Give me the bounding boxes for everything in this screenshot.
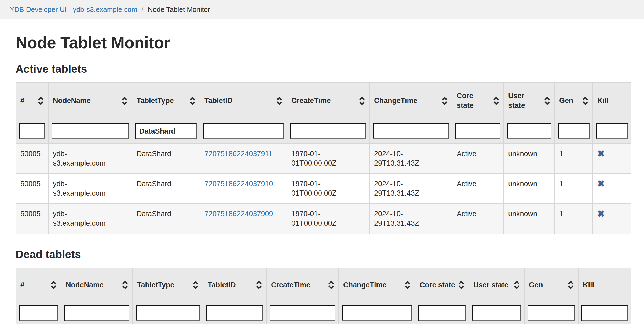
- sort-icon: [568, 281, 574, 289]
- column-header-kill: Kill: [593, 83, 631, 119]
- sort-icon: [458, 281, 464, 289]
- filter-input-createtime[interactable]: [270, 305, 335, 321]
- sort-icon: [122, 97, 127, 105]
- filter-input-changetime[interactable]: [373, 123, 449, 139]
- column-header-changetime[interactable]: ChangeTime: [369, 83, 452, 119]
- cell-corestate: Active: [452, 144, 504, 174]
- main-content: Node Tablet Monitor Active tablets # Nod…: [0, 33, 644, 324]
- cell-kill: ✖: [593, 174, 631, 204]
- cell-num: 50005: [16, 174, 48, 204]
- cell-tablettype: DataShard: [132, 144, 200, 174]
- sort-icon: [514, 281, 520, 289]
- breadcrumb-current: Node Tablet Monitor: [148, 5, 210, 14]
- cell-userstate: unknown: [504, 144, 555, 174]
- filter-input-num[interactable]: [19, 305, 58, 321]
- filter-input-userstate[interactable]: [472, 305, 521, 321]
- column-label: User state: [508, 91, 542, 110]
- column-label: CreateTime: [291, 96, 331, 105]
- kill-tablet-button[interactable]: ✖: [597, 209, 605, 218]
- column-header-userstate[interactable]: User state: [469, 268, 524, 302]
- column-header-nodename[interactable]: NodeName: [48, 83, 132, 119]
- tablet-id-link[interactable]: 72075186224037910: [204, 180, 273, 188]
- cell-createtime: 1970-01-01T00:00:00Z: [287, 144, 369, 174]
- column-header-gen[interactable]: Gen: [555, 83, 593, 119]
- sort-icon: [405, 281, 411, 289]
- column-label: TabletID: [208, 280, 236, 290]
- filter-input-kill[interactable]: [581, 305, 628, 321]
- sort-icon: [582, 97, 588, 105]
- filter-input-tablettype[interactable]: [135, 123, 197, 139]
- column-header-kill: Kill: [578, 268, 631, 302]
- filter-input-nodename[interactable]: [64, 305, 129, 321]
- tablet-id-link[interactable]: 72075186224037909: [204, 210, 273, 218]
- cell-kill: ✖: [593, 204, 631, 234]
- sort-icon: [544, 97, 550, 105]
- sort-icon: [193, 281, 199, 289]
- cell-tabletid: 72075186224037911: [200, 144, 287, 174]
- cell-tablettype: DataShard: [132, 204, 200, 234]
- cell-kill: ✖: [593, 144, 631, 174]
- filter-input-changetime[interactable]: [342, 305, 412, 321]
- column-header-createtime[interactable]: CreateTime: [266, 268, 339, 302]
- kill-tablet-button[interactable]: ✖: [597, 179, 605, 188]
- column-header-tablettype[interactable]: TabletType: [133, 268, 203, 302]
- column-label: TabletType: [137, 96, 174, 105]
- breadcrumb: YDB Developer UI - ydb-s3.example.com / …: [0, 0, 644, 19]
- page-title: Node Tablet Monitor: [16, 33, 631, 52]
- tablet-id-link[interactable]: 72075186224037911: [204, 150, 272, 158]
- filter-input-tablettype[interactable]: [136, 305, 200, 321]
- column-label: NodeName: [53, 96, 91, 105]
- column-label: ChangeTime: [374, 96, 418, 105]
- cell-tablettype: DataShard: [132, 174, 200, 204]
- column-header-num[interactable]: #: [16, 268, 61, 302]
- filter-input-gen[interactable]: [558, 123, 590, 139]
- breadcrumb-root-link[interactable]: YDB Developer UI - ydb-s3.example.com: [10, 5, 137, 14]
- filter-input-gen[interactable]: [528, 305, 575, 321]
- sort-icon: [493, 97, 499, 105]
- filter-input-num[interactable]: [19, 123, 45, 139]
- cell-tabletid: 72075186224037909: [200, 204, 287, 234]
- cell-nodename: ydb-s3.example.com: [48, 144, 132, 174]
- sort-icon: [256, 281, 262, 289]
- kill-tablet-button[interactable]: ✖: [597, 149, 605, 158]
- column-header-corestate[interactable]: Core state: [452, 83, 504, 119]
- column-label: User state: [473, 280, 508, 290]
- filter-input-tabletid[interactable]: [206, 305, 263, 321]
- active-filter-row: [16, 119, 631, 144]
- column-header-num[interactable]: #: [16, 83, 48, 119]
- cell-gen: 1: [555, 144, 593, 174]
- filter-input-nodename[interactable]: [52, 123, 129, 139]
- sort-icon: [122, 281, 128, 289]
- filter-input-createtime[interactable]: [290, 123, 366, 139]
- sort-icon: [442, 97, 448, 105]
- filter-input-kill[interactable]: [596, 123, 628, 139]
- column-label: Kill: [597, 96, 609, 105]
- cell-changetime: 2024-10-29T13:31:43Z: [369, 204, 452, 234]
- column-header-createtime[interactable]: CreateTime: [287, 83, 369, 119]
- column-header-userstate[interactable]: User state: [504, 83, 555, 119]
- cell-corestate: Active: [452, 204, 504, 234]
- filter-input-corestate[interactable]: [418, 305, 466, 321]
- column-header-changetime[interactable]: ChangeTime: [339, 268, 415, 302]
- column-label: #: [20, 280, 24, 290]
- column-header-tablettype[interactable]: TabletType: [132, 83, 200, 119]
- cell-num: 50005: [16, 204, 48, 234]
- filter-input-corestate[interactable]: [455, 123, 500, 139]
- column-label: ChangeTime: [343, 280, 387, 290]
- column-header-tabletid[interactable]: TabletID: [203, 268, 266, 302]
- sort-icon: [328, 281, 334, 289]
- filter-input-userstate[interactable]: [507, 123, 551, 139]
- cell-gen: 1: [555, 204, 593, 234]
- column-header-nodename[interactable]: NodeName: [61, 268, 133, 302]
- cell-tabletid: 72075186224037910: [200, 174, 287, 204]
- cell-nodename: ydb-s3.example.com: [48, 204, 132, 234]
- column-header-gen[interactable]: Gen: [524, 268, 578, 302]
- column-header-corestate[interactable]: Core state: [415, 268, 469, 302]
- filter-input-tabletid[interactable]: [203, 123, 284, 139]
- cell-createtime: 1970-01-01T00:00:00Z: [287, 174, 369, 204]
- cell-createtime: 1970-01-01T00:00:00Z: [287, 204, 369, 234]
- dead-tablets-table: # NodeName TabletType TabletID CreateTim…: [16, 268, 631, 324]
- breadcrumb-separator: /: [141, 5, 143, 14]
- cell-userstate: unknown: [504, 204, 555, 234]
- column-header-tabletid[interactable]: TabletID: [200, 83, 287, 119]
